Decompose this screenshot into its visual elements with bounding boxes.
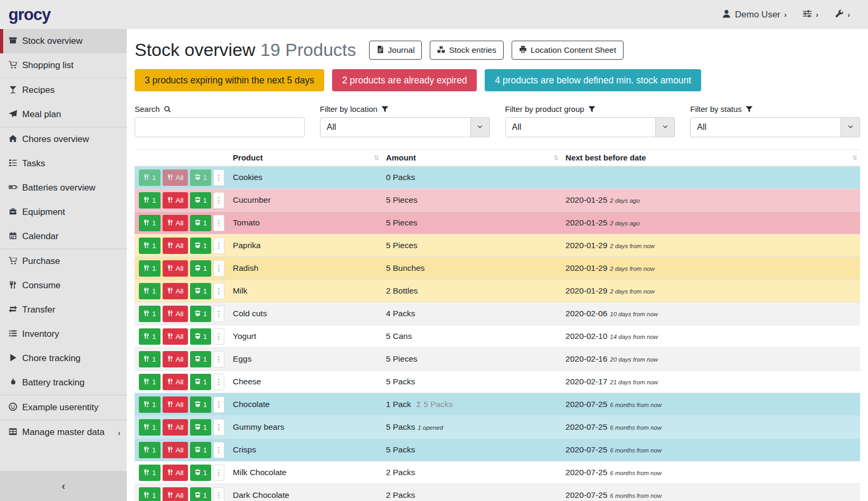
open-one-button[interactable]: 1 xyxy=(190,283,212,299)
open-one-button[interactable]: 1 xyxy=(190,328,212,345)
stock-entries-button[interactable]: Stock entries xyxy=(430,41,504,60)
open-one-button[interactable]: 1 xyxy=(190,419,212,436)
consume-all-button[interactable]: All xyxy=(163,465,188,481)
consume-one-button[interactable]: 1 xyxy=(139,374,161,390)
location-select[interactable]: All xyxy=(320,117,490,137)
amount-column-header[interactable]: Amount ⇅ xyxy=(382,150,561,166)
row-menu-button[interactable]: ⋮ xyxy=(213,328,224,345)
open-one-button[interactable]: 1 xyxy=(190,215,212,231)
amount-value: 5 Packs xyxy=(386,422,415,431)
consume-one-button[interactable]: 1 xyxy=(139,351,161,367)
row-menu-button[interactable]: ⋮ xyxy=(213,351,224,367)
consume-all-button[interactable]: All xyxy=(163,328,188,345)
consume-one-button[interactable]: 1 xyxy=(139,465,161,481)
row-menu-button[interactable]: ⋮ xyxy=(213,260,224,277)
consume-one-button[interactable]: 1 xyxy=(139,238,161,254)
status-alert[interactable]: 4 products are below defined min. stock … xyxy=(485,69,701,91)
consume-one-button[interactable]: 1 xyxy=(139,192,161,209)
sidebar-item-tasks[interactable]: Tasks xyxy=(0,152,127,176)
status-select[interactable]: All xyxy=(690,117,860,137)
open-one-button[interactable]: 1 xyxy=(190,192,212,209)
open-one-button[interactable]: 1 xyxy=(190,487,212,501)
consume-one-button[interactable]: 1 xyxy=(139,283,161,299)
utensils-icon xyxy=(143,446,150,454)
sidebar-item-manage-master-data[interactable]: Manage master data› xyxy=(0,420,127,445)
open-one-button[interactable]: 1 xyxy=(190,442,212,458)
sidebar-item-example-userentity[interactable]: Example userentity xyxy=(0,395,127,420)
row-menu-button[interactable]: ⋮ xyxy=(213,419,224,436)
consume-all-button[interactable]: All xyxy=(163,374,188,390)
consume-all-button[interactable]: All xyxy=(163,306,188,322)
sidebar-item-purchase[interactable]: Purchase xyxy=(0,249,127,273)
sort-icon[interactable]: ⇅ xyxy=(553,154,559,162)
search-input[interactable] xyxy=(135,117,305,137)
consume-one-button[interactable]: 1 xyxy=(139,260,161,277)
row-menu-button[interactable]: ⋮ xyxy=(213,465,224,481)
row-menu-button[interactable]: ⋮ xyxy=(213,487,224,501)
row-menu-button[interactable]: ⋮ xyxy=(213,396,224,413)
status-alert[interactable]: 2 products are already expired xyxy=(332,69,477,91)
sidebar-item-transfer[interactable]: Transfer xyxy=(0,298,127,322)
sidebar-item-equipment[interactable]: Equipment xyxy=(0,200,127,224)
row-menu-button[interactable]: ⋮ xyxy=(213,169,224,186)
open-one-button[interactable]: 1 xyxy=(190,306,212,322)
date-column-header[interactable]: Next best before date ⇅ xyxy=(561,150,860,166)
consume-all-button[interactable]: All xyxy=(163,419,188,436)
consume-one-button[interactable]: 1 xyxy=(139,487,161,501)
sidebar-item-consume[interactable]: Consume xyxy=(0,273,127,298)
open-one-button[interactable]: 1 xyxy=(190,351,212,367)
sidebar-item-chore-tracking[interactable]: Chore tracking xyxy=(0,346,127,371)
journal-button[interactable]: Journal xyxy=(369,41,422,60)
consume-all-button[interactable]: All xyxy=(163,283,188,299)
open-one-button[interactable]: 1 xyxy=(190,260,212,277)
sidebar-item-batteries-overview[interactable]: Batteries overview xyxy=(0,176,127,200)
consume-one-button[interactable]: 1 xyxy=(139,442,161,458)
row-menu-button[interactable]: ⋮ xyxy=(213,238,224,254)
sidebar-item-meal-plan[interactable]: Meal plan xyxy=(0,102,127,127)
consume-all-button[interactable]: All xyxy=(163,260,188,277)
consume-all-button[interactable]: All xyxy=(163,396,188,413)
consume-all-button[interactable]: All xyxy=(163,215,188,231)
consume-one-button[interactable]: 1 xyxy=(139,328,161,345)
product-group-select[interactable]: All xyxy=(505,117,675,137)
consume-one-button[interactable]: 1 xyxy=(139,396,161,413)
consume-all-button[interactable]: All xyxy=(163,442,188,458)
sidebar-item-shopping-list[interactable]: Shopping list xyxy=(0,53,127,78)
settings-menu[interactable]: › xyxy=(803,9,818,20)
consume-all-button[interactable]: All xyxy=(163,487,188,501)
consume-all-button[interactable]: All xyxy=(163,192,188,209)
sidebar-collapse-button[interactable]: ‹ xyxy=(0,471,127,501)
user-menu[interactable]: Demo User › xyxy=(722,9,787,20)
status-alert[interactable]: 3 products expiring within the next 5 da… xyxy=(135,69,324,91)
sidebar-item-stock-overview[interactable]: Stock overview xyxy=(0,29,127,53)
product-column-header[interactable]: Product ⇅ xyxy=(229,150,382,166)
consume-one-button[interactable]: 1 xyxy=(139,419,161,436)
sidebar-item-recipes[interactable]: Recipes xyxy=(0,78,127,102)
row-menu-button[interactable]: ⋮ xyxy=(213,215,224,231)
consume-one-button[interactable]: 1 xyxy=(139,306,161,322)
sidebar-item-calendar[interactable]: Calendar xyxy=(0,224,127,249)
open-one-button[interactable]: 1 xyxy=(190,374,212,390)
location-content-sheet-button[interactable]: Location Content Sheet xyxy=(512,41,624,60)
row-menu-button[interactable]: ⋮ xyxy=(213,192,224,209)
consume-all-button[interactable]: All xyxy=(163,351,188,367)
consume-one-button[interactable]: 1 xyxy=(139,169,161,186)
row-menu-button[interactable]: ⋮ xyxy=(213,306,224,322)
sidebar-item-chores-overview[interactable]: Chores overview xyxy=(0,127,127,152)
row-menu-button[interactable]: ⋮ xyxy=(213,374,224,390)
open-one-button[interactable]: 1 xyxy=(190,396,212,413)
open-one-button[interactable]: 1 xyxy=(190,238,212,254)
grocy-logo[interactable]: grocy xyxy=(8,5,50,24)
open-one-button[interactable]: 1 xyxy=(190,169,212,186)
sort-icon[interactable]: ⇅ xyxy=(852,154,857,162)
consume-all-button[interactable]: All xyxy=(163,238,188,254)
admin-menu[interactable]: › xyxy=(834,9,850,20)
consume-one-button[interactable]: 1 xyxy=(139,215,161,231)
open-one-button[interactable]: 1 xyxy=(190,465,212,481)
row-menu-button[interactable]: ⋮ xyxy=(213,283,224,299)
sort-icon[interactable]: ⇅ xyxy=(374,154,379,162)
row-menu-button[interactable]: ⋮ xyxy=(213,442,224,458)
sidebar-item-battery-tracking[interactable]: Battery tracking xyxy=(0,371,127,395)
sidebar-item-inventory[interactable]: Inventory xyxy=(0,322,127,346)
consume-all-button[interactable]: All xyxy=(163,169,188,186)
